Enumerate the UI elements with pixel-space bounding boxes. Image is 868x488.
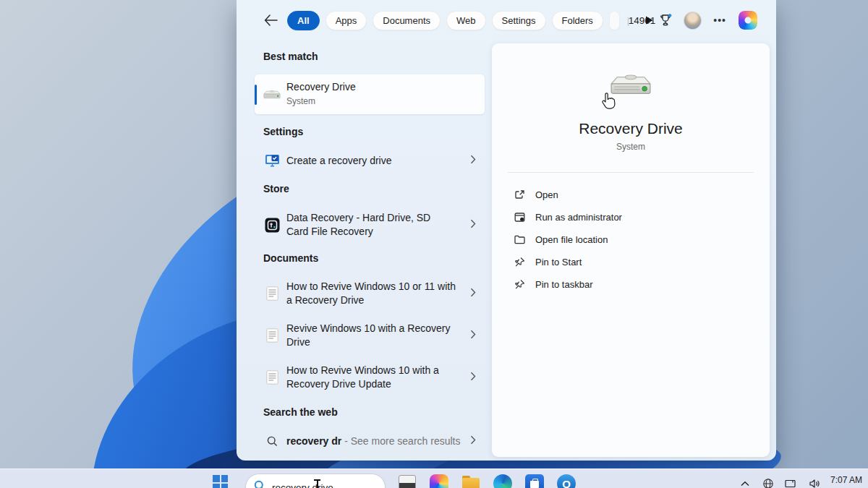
settings-result[interactable]: Create a recovery drive [255, 145, 485, 176]
copilot-taskbar-icon[interactable] [430, 474, 448, 488]
action-open[interactable]: Open [492, 184, 770, 206]
tab-folders[interactable]: Folders [552, 11, 603, 30]
detail-header: Recovery Drive System [492, 43, 770, 152]
taskbar-clock[interactable]: 7:07 AM [830, 475, 862, 486]
document-icon [263, 370, 281, 385]
chevron-right-icon[interactable] [470, 218, 476, 231]
file-explorer-icon[interactable] [461, 474, 480, 488]
chevron-right-icon[interactable] [470, 287, 476, 300]
rewards-points: 14901 [629, 15, 656, 26]
search-filter-tabs: All Apps Documents Web Settings Folders … [287, 11, 657, 30]
result-detail-panel: Recovery Drive System Open [492, 43, 770, 457]
back-button[interactable] [261, 11, 280, 30]
tab-all[interactable]: All [287, 11, 320, 30]
store-result[interactable]: Data Recovery - Hard Drive, SD Card File… [255, 205, 485, 245]
taskbar-search-text: recovery drive [272, 482, 333, 488]
more-options-button[interactable]: ••• [713, 14, 726, 26]
action-label: Open [535, 189, 558, 200]
settings-header: Settings [263, 126, 303, 137]
taskbar-app-icons: O [398, 474, 576, 488]
back-arrow-icon [264, 14, 278, 26]
copilot-icon[interactable] [739, 11, 757, 30]
open-icon [514, 189, 526, 200]
action-label: Pin to Start [535, 257, 582, 267]
microsoft-store-icon[interactable] [525, 474, 544, 488]
action-pin-to-start[interactable]: Pin to Start [492, 251, 770, 273]
recovery-settings-icon [263, 154, 281, 167]
action-label: Open file location [535, 234, 608, 245]
best-match-text: Recovery Drive System [286, 80, 356, 108]
topbar-right-cluster: 14901 ••• [629, 0, 757, 40]
tab-overflow-clipped[interactable] [609, 11, 620, 30]
chevron-right-icon[interactable] [470, 435, 476, 448]
user-avatar[interactable] [684, 12, 701, 29]
tab-settings[interactable]: Settings [492, 11, 546, 30]
search-filter-bar: All Apps Documents Web Settings Folders … [237, 0, 776, 40]
web-search-result[interactable]: recovery dr - See more search results [255, 428, 485, 454]
tab-web[interactable]: Web [446, 11, 486, 30]
rewards-trophy-icon [660, 14, 672, 27]
tab-documents[interactable]: Documents [373, 11, 441, 30]
web-query: recovery dr [286, 435, 341, 447]
store-item-label: Data Recovery - Hard Drive, SD Card File… [286, 211, 454, 239]
recovery-drive-large-icon [610, 71, 652, 101]
action-run-as-administrator[interactable]: Run as administrator [492, 206, 770, 228]
recovery-drive-icon [263, 88, 281, 100]
folder-icon [514, 235, 526, 244]
start-button[interactable] [213, 475, 228, 488]
pin-icon [514, 257, 526, 267]
edge-browser-icon[interactable] [493, 474, 512, 488]
desktop-app-icon[interactable] [398, 474, 417, 488]
detail-divider [508, 172, 754, 173]
search-icon [263, 436, 281, 447]
tray-chevron-up-icon[interactable] [738, 476, 752, 488]
rewards-button[interactable]: 14901 [629, 14, 673, 27]
detail-title: Recovery Drive [579, 120, 683, 137]
document-title: How to Revive Windows 10 or 11 with a Re… [286, 280, 460, 307]
search-web-header: Search the web [263, 406, 338, 418]
settings-item-label: Create a recovery drive [286, 154, 392, 168]
document-result-2[interactable]: Revive Windows 10 with a Recovery Drive [255, 317, 485, 354]
document-result-3[interactable]: How to Revive Windows 10 with a Recovery… [255, 359, 485, 396]
text-cursor-ibeam [313, 479, 321, 488]
best-match-header: Best match [263, 51, 318, 62]
outlook-icon[interactable]: O [557, 474, 576, 488]
document-title: How to Revive Windows 10 with a Recovery… [286, 364, 460, 391]
store-header: Store [263, 183, 289, 194]
chevron-right-icon[interactable] [470, 154, 476, 167]
document-icon [263, 286, 281, 301]
search-icon [254, 480, 265, 488]
action-label: Pin to taskbar [535, 279, 593, 290]
action-label: Run as administrator [535, 212, 622, 223]
tray-volume-icon[interactable] [807, 476, 822, 488]
pin-icon [514, 279, 526, 290]
data-recovery-app-icon [263, 218, 281, 233]
tray-globe-icon[interactable] [761, 476, 775, 488]
admin-shield-icon [514, 212, 526, 223]
document-result-1[interactable]: How to Revive Windows 10 or 11 with a Re… [255, 275, 485, 312]
web-search-text: recovery dr - See more search results [286, 435, 460, 448]
action-open-file-location[interactable]: Open file location [492, 228, 770, 251]
best-match-title: Recovery Drive [286, 80, 356, 94]
action-pin-to-taskbar[interactable]: Pin to taskbar [492, 273, 770, 296]
best-match-subtitle: System [286, 95, 356, 108]
chevron-right-icon[interactable] [470, 329, 476, 342]
taskbar-search-box[interactable]: recovery drive [245, 474, 386, 488]
selection-accent-bar [255, 85, 257, 105]
best-match-result[interactable]: Recovery Drive System [255, 74, 485, 114]
document-title: Revive Windows 10 with a Recovery Drive [286, 322, 460, 349]
taskbar-system-tray: 7:07 AM [738, 469, 862, 488]
search-flyout: All Apps Documents Web Settings Folders … [237, 0, 776, 461]
chevron-right-icon[interactable] [470, 371, 476, 384]
document-icon [263, 328, 281, 343]
detail-actions: Open Run as administrator [492, 184, 770, 296]
web-suffix: - See more search results [344, 435, 460, 447]
tray-display-icon[interactable] [784, 476, 799, 488]
tab-apps[interactable]: Apps [326, 11, 367, 30]
taskbar: recovery drive O 7:07 A [0, 468, 868, 488]
detail-subtitle: System [616, 142, 645, 152]
documents-header: Documents [263, 252, 318, 264]
